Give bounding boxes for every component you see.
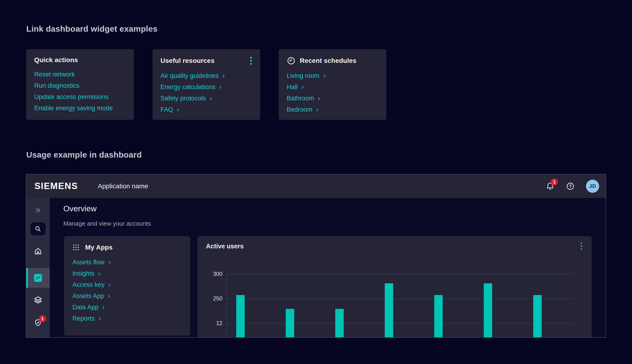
user-avatar[interactable]: JD — [586, 180, 599, 193]
chevron-right-icon — [98, 317, 101, 321]
gridline — [226, 323, 573, 324]
link-item[interactable]: Assets App — [72, 292, 182, 300]
recent-schedules-card: Recent schedules Living roomHallBathroom… — [279, 49, 386, 120]
link-item[interactable]: Energy calculations — [160, 84, 252, 91]
link-item[interactable]: FAQ — [160, 106, 252, 113]
chevron-right-icon — [301, 85, 304, 89]
link-label: Living room — [287, 72, 320, 80]
link-label: Safety protocols — [160, 95, 206, 102]
kebab-menu-icon[interactable] — [250, 56, 252, 65]
link-label: Air quality guidelines — [160, 72, 219, 80]
bar — [484, 283, 492, 338]
sidebar-item-analytics-active[interactable] — [26, 268, 50, 288]
link-item[interactable]: Air quality guidelines — [160, 72, 252, 80]
my-apps-header: My Apps — [72, 244, 182, 251]
main-content: Overview Manage and view your accounts M… — [50, 198, 606, 337]
dashboard-body: 1 Overview Manage and view your accounts… — [26, 198, 606, 337]
link-label: Access key — [72, 281, 105, 288]
double-chevron-right-icon — [34, 206, 42, 214]
link-label: Insights — [72, 270, 94, 277]
home-icon — [34, 247, 42, 256]
link-item[interactable]: Safety protocols — [160, 95, 252, 102]
chevron-right-icon — [108, 283, 111, 287]
link-item[interactable]: Update access permisions — [34, 93, 126, 100]
svg-text:?: ? — [569, 184, 572, 188]
recent-schedules-title: Recent schedules — [300, 57, 356, 64]
quick-actions-card: Quick actions Reset networkRun diagnosti… — [26, 49, 134, 120]
link-label: Hall — [287, 84, 298, 91]
link-label: Bathroom — [287, 95, 314, 102]
dashboard-header: SIEMENS Application name 1 ? JD — [26, 174, 606, 198]
link-label: FAQ — [160, 106, 173, 113]
useful-resources-title: Useful resources — [160, 57, 214, 64]
chart-title: Active users — [206, 243, 244, 250]
chevron-right-icon — [177, 108, 180, 112]
sidebar-item-home[interactable] — [34, 247, 42, 256]
dashboard-window: SIEMENS Application name 1 ? JD — [26, 174, 606, 338]
my-apps-title: My Apps — [85, 244, 112, 251]
link-item[interactable]: Assets flow — [72, 259, 182, 266]
application-name: Application name — [98, 182, 148, 190]
recent-schedules-header: Recent schedules — [287, 56, 378, 65]
link-item[interactable]: Reset network — [34, 71, 126, 78]
link-item[interactable]: Bathroom — [287, 95, 378, 102]
chevron-right-icon — [108, 260, 111, 264]
useful-resources-header: Useful resources — [160, 56, 252, 65]
header-actions: 1 ? JD — [546, 180, 599, 193]
chevron-right-icon — [219, 85, 222, 89]
link-item[interactable]: Data App — [72, 304, 182, 311]
link-label: Reports — [72, 315, 95, 322]
bar — [335, 309, 344, 338]
sidebar-item-search[interactable] — [30, 222, 46, 236]
useful-resources-links: Air quality guidelinesEnergy calculation… — [160, 72, 252, 113]
notification-badge: 1 — [551, 178, 558, 186]
link-label: Bedroom — [287, 106, 312, 113]
y-tick-label: 12 — [208, 320, 222, 326]
chart-plot: 30025012 — [226, 274, 573, 338]
gridline — [226, 274, 573, 274]
link-item[interactable]: Reports — [72, 315, 182, 322]
sidebar-item-security[interactable]: 1 — [34, 318, 42, 327]
link-item[interactable]: Run diagnostics — [34, 82, 126, 89]
link-item[interactable]: Enable energy saving mode — [34, 104, 126, 112]
search-icon — [34, 225, 42, 233]
notifications-button[interactable]: 1 — [546, 182, 554, 191]
useful-resources-card: Useful resources Air quality guidelinesE… — [152, 49, 260, 120]
bar — [434, 295, 443, 338]
chevron-right-icon — [98, 272, 101, 276]
chevron-right-icon — [222, 74, 225, 78]
link-label: Assets App — [72, 292, 104, 300]
my-apps-widget: My Apps Assets flowInsightsAccess keyAss… — [64, 236, 190, 336]
y-tick-label: 250 — [208, 295, 222, 302]
link-label: Reset network — [34, 71, 75, 78]
active-indicator-bar — [26, 268, 28, 288]
link-item[interactable]: Bedroom — [287, 106, 378, 113]
help-button[interactable]: ? — [566, 182, 575, 191]
bar — [533, 295, 542, 338]
clock-icon — [287, 56, 296, 65]
link-item[interactable]: Living room — [287, 72, 378, 80]
sidebar-collapse-button[interactable] — [34, 206, 42, 214]
chart-kebab-menu-icon[interactable] — [580, 242, 582, 250]
layers-icon — [34, 296, 42, 305]
recent-schedules-links: Living roomHallBathroomBedroom — [287, 72, 378, 113]
sidebar-item-layers[interactable] — [34, 296, 42, 305]
siemens-logo: SIEMENS — [34, 181, 78, 191]
y-tick-label: 300 — [208, 271, 222, 277]
chevron-right-icon — [316, 108, 319, 112]
link-label: Energy calculations — [160, 84, 215, 91]
bar — [286, 309, 294, 338]
link-label: Data App — [72, 304, 98, 311]
page: { "sections": { "widgets_title": "Link d… — [0, 0, 632, 364]
link-item[interactable]: Hall — [287, 84, 378, 91]
link-label: Run diagnostics — [34, 82, 79, 89]
usage-section-title: Usage example in dashboard — [26, 150, 142, 160]
active-users-widget: Active users 30025012 — [198, 236, 592, 338]
link-label: Update access permisions — [34, 93, 108, 100]
security-alert-badge: 1 — [39, 315, 46, 322]
link-item[interactable]: Access key — [72, 281, 182, 288]
link-item[interactable]: Insights — [72, 270, 182, 277]
quick-actions-title: Quick actions — [34, 56, 78, 64]
chevron-right-icon — [108, 294, 111, 298]
chevron-right-icon — [318, 97, 321, 100]
